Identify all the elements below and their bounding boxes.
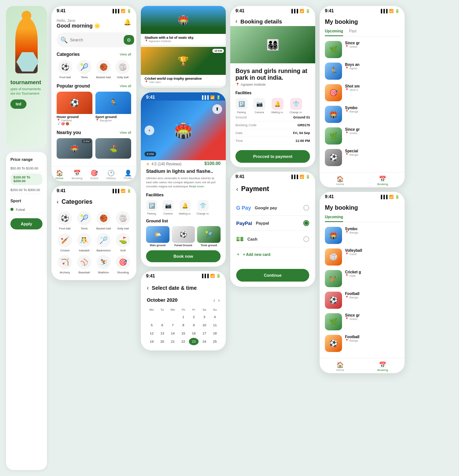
notification-bell-icon[interactable]: 🔔 (124, 19, 131, 26)
nearby-item-1[interactable]: 🏟️ 8 KM (57, 138, 92, 159)
back-arrow-icon[interactable]: ‹ (57, 199, 58, 205)
mb2-item-5[interactable]: 🌿 Since gr 📍 Greec (325, 313, 399, 330)
share-button[interactable]: ⬆ (212, 104, 222, 114)
cal-day-18[interactable]: 18 (210, 330, 220, 337)
nearby-item-2[interactable]: ⛳ (95, 138, 131, 159)
cal-day-14[interactable]: 14 (168, 330, 178, 337)
category-volleyball[interactable]: 🏐 Volly ball (114, 60, 132, 79)
filter-price-3[interactable]: $250.00 To $300.00 (10, 186, 42, 194)
cat-archery[interactable]: 🏹 Archery (57, 255, 73, 274)
category-football[interactable]: ⚽ Foot ball (57, 60, 74, 79)
category-basketball[interactable]: 🏀 Basket ball (95, 60, 112, 79)
mb2-item-4[interactable]: ⚽ Football 📍 Banga (325, 292, 399, 309)
ground-main[interactable]: 🌤️ Main ground (146, 226, 170, 247)
cat-cricket[interactable]: 🏏 Cricket (57, 233, 73, 252)
nav-booking[interactable]: 📅 Booking (72, 169, 82, 180)
cat-biathlon[interactable]: ⛷️ Biathlon (95, 255, 112, 274)
cal-day-22[interactable]: 22 (178, 338, 188, 345)
payment-cash[interactable]: 💵 Cash (236, 231, 309, 247)
nav-event[interactable]: 🎯 Event (91, 169, 98, 180)
paypal-radio[interactable] (303, 220, 309, 226)
nearby-view-all[interactable]: View all (120, 131, 131, 134)
mb1-nav-booking[interactable]: 📅 Booking (377, 175, 388, 186)
booking-back-arrow-icon[interactable]: ‹ (235, 18, 237, 25)
cal-day-21[interactable]: 21 (168, 338, 178, 345)
ground-sport[interactable]: 🏃 Sport ground 📍 Banglore (95, 92, 131, 126)
mb2-item-6[interactable]: ⚽ Football 📍 Banga (325, 335, 399, 352)
mb1-nav-home[interactable]: 🏠 Home (336, 175, 344, 186)
nav-home[interactable]: 🏠 Home (56, 169, 63, 180)
prev-image-button[interactable]: ‹ (145, 126, 154, 135)
cat-volleyball[interactable]: 🏐 Volly ball (115, 211, 131, 230)
cal-day-23[interactable]: 23 (189, 338, 199, 345)
read-more-link[interactable]: Read more.. (189, 185, 205, 188)
tab-past-1[interactable]: Past (349, 29, 357, 36)
payment-paypal[interactable]: PayPal Paypal (236, 216, 309, 231)
search-bar[interactable]: 🔍 ⚙ (57, 32, 131, 47)
filter-price-1[interactable]: $50.00 To $100.00 (10, 165, 42, 172)
cal-day-12[interactable]: 12 (147, 330, 156, 337)
popular-view-all[interactable]: View all (120, 84, 131, 88)
cal-day-13[interactable]: 13 (157, 330, 167, 337)
nav-history[interactable]: 🕐 History (107, 169, 116, 180)
mb2-nav-booking[interactable]: 📅 Booking (377, 361, 388, 372)
cal-day-7[interactable]: 7 (168, 321, 178, 329)
ground-tennis[interactable]: 🎾 Tenis ground (197, 226, 221, 247)
cal-day-5[interactable]: 5 (147, 321, 156, 329)
cal-day-24[interactable]: 24 (199, 338, 209, 345)
tab-upcoming-1[interactable]: Upcoming (325, 29, 343, 36)
prev-month-button[interactable]: ‹ (213, 297, 215, 303)
cal-day-11[interactable]: 11 (210, 321, 220, 329)
cal-day-2[interactable]: 2 (189, 313, 199, 321)
booking-item-4[interactable]: 🏟️ Symbo 📍 Banga (325, 106, 399, 123)
filter-icon-button[interactable]: ⚙ (124, 35, 134, 45)
ground-hover[interactable]: ⚽ Hover ground 📍 Fairfield 🏑 🎯 🏀 (57, 92, 92, 126)
mb2-item-3[interactable]: 🏏 Cricket g 📍 Haiti (325, 270, 399, 287)
cal-day-1[interactable]: 1 (178, 313, 188, 321)
cat-kabaddi[interactable]: 🤼 kabaddi (76, 233, 92, 252)
categories-view-all[interactable]: View all (120, 53, 131, 56)
proceed-to-payment-button[interactable]: Procced to payment (235, 150, 310, 163)
booking-item-5[interactable]: 🌿 Since gr 📍 Greec (325, 127, 399, 145)
cat-shooting[interactable]: 🎯 Shooting (115, 255, 131, 274)
cal-day-25[interactable]: 25 (210, 338, 220, 345)
category-tennis[interactable]: 🎾 Tenis (76, 60, 93, 79)
apply-button[interactable]: Apply (10, 218, 42, 229)
search-input[interactable] (70, 38, 121, 42)
cal-day-3[interactable]: 3 (199, 313, 209, 321)
next-month-button[interactable]: › (218, 297, 220, 303)
venue-cricket[interactable]: 🏆 10 KM Cricket world cup trophy generat… (141, 47, 226, 86)
continue-button[interactable]: Continue (236, 269, 309, 282)
cat-tennis[interactable]: 🎾 Tenis (76, 211, 92, 230)
cat-golf[interactable]: ⛳ Golf (115, 233, 131, 252)
cal-day-10[interactable]: 10 (199, 321, 209, 329)
promo-button[interactable]: ted (10, 99, 26, 109)
booking-item-6[interactable]: ⚽ Special 📍 Banga (325, 149, 399, 166)
tab-upcoming-2[interactable]: Upcoming (325, 215, 343, 222)
cat-badminton[interactable]: 🏸 Badminton (95, 233, 112, 252)
cal-day-8[interactable]: 8 (178, 321, 188, 329)
cal-day-4[interactable]: 4 (210, 313, 220, 321)
booking-item-3[interactable]: 🎯 Shot sm 📍 Shot s (325, 84, 399, 101)
cat-baseball[interactable]: ⚾ Baseball (76, 255, 92, 274)
nav-profile[interactable]: 👤 Profile (124, 169, 132, 180)
date-back-arrow-icon[interactable]: ‹ (147, 285, 149, 291)
mb2-nav-home[interactable]: 🏠 Home (336, 361, 344, 372)
cal-day-20[interactable]: 20 (157, 338, 167, 345)
filter-price-2[interactable]: $150.00 To $200.00 (10, 174, 42, 185)
cal-day-19[interactable]: 19 (147, 338, 156, 345)
cat-football[interactable]: ⚽ Foot ball (57, 211, 73, 230)
payment-back-arrow-icon[interactable]: ‹ (236, 186, 238, 193)
add-card-button[interactable]: ＋ + Add new card (236, 247, 309, 261)
ground-futsal[interactable]: ⚽ Futsal Ground (172, 226, 195, 247)
gpay-radio[interactable] (303, 205, 309, 211)
cal-day-9[interactable]: 9 (189, 321, 199, 329)
cat-basketball[interactable]: 🏀 Basket ball (95, 211, 112, 230)
mb2-item-2[interactable]: 🏐 Volleyball 📍 Centr (325, 248, 399, 266)
cal-day-17[interactable]: 17 (199, 330, 209, 337)
mb2-item-1[interactable]: 🏟️ Symbo 📍 Banga (325, 227, 399, 244)
booking-item-2[interactable]: 🏃 Boys an 📍 Agras (325, 63, 399, 80)
book-now-button[interactable]: Book now (146, 250, 221, 262)
cal-day-6[interactable]: 6 (157, 321, 167, 329)
booking-item-1[interactable]: 🌿 Since gr 📍 Greec (325, 41, 399, 58)
